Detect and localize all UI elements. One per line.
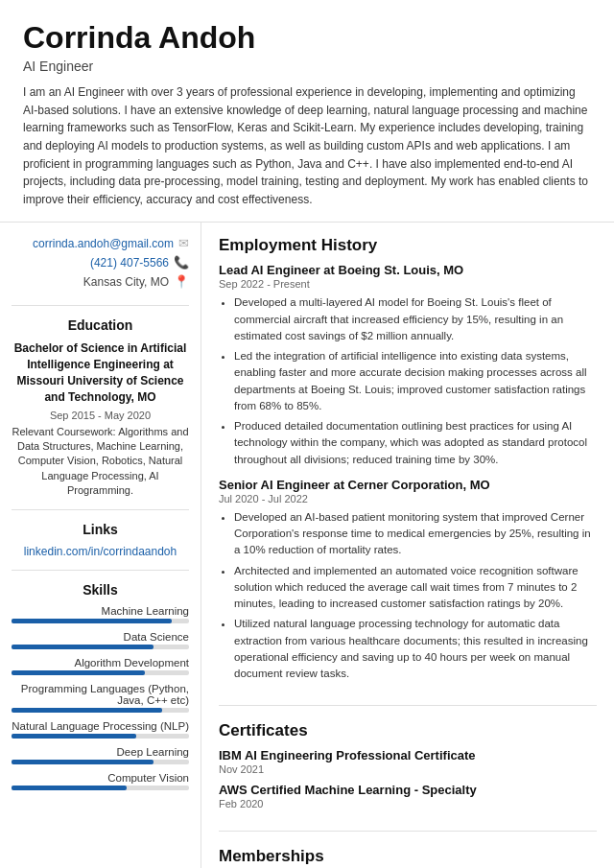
- skills-section-title: Skills: [12, 582, 189, 598]
- job-date: Jul 2020 - Jul 2022: [219, 493, 597, 504]
- linkedin-link[interactable]: linkedin.com/in/corrindaandoh: [12, 545, 189, 558]
- skill-item: Deep Learning: [12, 746, 189, 764]
- cert-name: AWS Certified Machine Learning - Special…: [219, 783, 597, 797]
- links-section: Links linkedin.com/in/corrindaandoh: [12, 522, 189, 571]
- employment-section: Employment History Lead AI Engineer at B…: [219, 236, 597, 706]
- job-entry: Senior AI Engineer at Cerner Corporation…: [219, 478, 597, 683]
- memberships-section-title: Memberships: [219, 847, 597, 866]
- header-section: Corrinda Andoh AI Engineer I am an AI En…: [0, 0, 614, 223]
- skill-item: Algorithm Development: [12, 657, 189, 675]
- candidate-title: AI Engineer: [23, 59, 591, 74]
- job-entry: Lead AI Engineer at Boeing St. Louis, MO…: [219, 263, 597, 468]
- skill-label: Programming Languages (Python, Java, C++…: [12, 683, 189, 706]
- skill-bar-bg: [12, 786, 189, 790]
- job-bullet: Developed an AI-based patient monitoring…: [234, 509, 597, 559]
- education-section: Education Bachelor of Science in Artific…: [12, 317, 189, 510]
- skill-bar-bg: [12, 708, 189, 713]
- skill-item: Programming Languages (Python, Java, C++…: [12, 683, 189, 713]
- email-icon: ✉: [178, 236, 189, 250]
- skill-bar-fill: [12, 670, 145, 675]
- skill-bar-bg: [12, 619, 189, 623]
- right-column: Employment History Lead AI Engineer at B…: [201, 223, 614, 868]
- skill-bar-fill: [12, 708, 162, 713]
- email-text: corrinda.andoh@gmail.com: [33, 237, 174, 250]
- skill-label: Computer Vision: [12, 772, 189, 784]
- skill-bar-bg: [12, 645, 189, 649]
- education-date: Sep 2015 - May 2020: [12, 410, 189, 421]
- skill-label: Machine Learning: [12, 605, 189, 617]
- job-title: Lead AI Engineer at Boeing St. Louis, MO: [219, 263, 597, 277]
- skill-item: Natural Language Processing (NLP): [12, 720, 189, 739]
- skill-bar-fill: [12, 760, 154, 764]
- education-section-title: Education: [12, 317, 189, 333]
- education-coursework: Relevant Coursework: Algorithms and Data…: [12, 425, 189, 499]
- location-icon: 📍: [174, 274, 189, 289]
- job-bullet: Architected and implemented an automated…: [234, 563, 597, 613]
- skill-label: Algorithm Development: [12, 657, 189, 669]
- email-contact[interactable]: corrinda.andoh@gmail.com ✉: [12, 236, 189, 250]
- jobs-list: Lead AI Engineer at Boeing St. Louis, MO…: [219, 263, 597, 682]
- skill-label: Natural Language Processing (NLP): [12, 720, 189, 732]
- links-section-title: Links: [12, 522, 189, 537]
- phone-icon: 📞: [174, 255, 189, 270]
- job-bullet: Developed a multi-layered AI model for B…: [234, 294, 597, 344]
- skill-bar-bg: [12, 734, 189, 739]
- job-bullets: Developed a multi-layered AI model for B…: [219, 294, 597, 468]
- skill-bar-bg: [12, 670, 189, 675]
- job-title: Senior AI Engineer at Cerner Corporation…: [219, 478, 597, 492]
- job-bullet: Utilized natural language processing tec…: [234, 616, 597, 682]
- skills-list: Machine Learning Data Science Algorithm …: [12, 605, 189, 790]
- phone-contact: (421) 407-5566 📞: [12, 255, 189, 270]
- skill-bar-bg: [12, 760, 189, 764]
- skill-item: Computer Vision: [12, 772, 189, 790]
- skill-bar-fill: [12, 734, 136, 739]
- education-degree: Bachelor of Science in Artificial Intell…: [12, 340, 189, 405]
- job-bullets: Developed an AI-based patient monitoring…: [219, 509, 597, 683]
- candidate-summary: I am an AI Engineer with over 3 years of…: [23, 83, 591, 208]
- skill-bar-fill: [12, 619, 172, 623]
- location-contact: Kansas City, MO 📍: [12, 274, 189, 289]
- certs-list: IBM AI Engineering Professional Certific…: [219, 748, 597, 809]
- skill-bar-fill: [12, 645, 154, 649]
- skill-label: Deep Learning: [12, 746, 189, 758]
- employment-section-title: Employment History: [219, 236, 597, 255]
- skill-item: Machine Learning: [12, 605, 189, 623]
- contact-section: corrinda.andoh@gmail.com ✉ (421) 407-556…: [12, 236, 189, 306]
- skill-label: Data Science: [12, 631, 189, 643]
- cert-date: Feb 2020: [219, 798, 597, 809]
- candidate-name: Corrinda Andoh: [23, 21, 591, 55]
- certificates-section: Certificates IBM AI Engineering Professi…: [219, 721, 597, 832]
- left-column: corrinda.andoh@gmail.com ✉ (421) 407-556…: [0, 223, 201, 868]
- cert-name: IBM AI Engineering Professional Certific…: [219, 748, 597, 762]
- skill-item: Data Science: [12, 631, 189, 649]
- cert-entry: IBM AI Engineering Professional Certific…: [219, 748, 597, 775]
- job-date: Sep 2022 - Present: [219, 278, 597, 290]
- location-text: Kansas City, MO: [83, 275, 169, 289]
- main-layout: corrinda.andoh@gmail.com ✉ (421) 407-556…: [0, 223, 614, 868]
- memberships-section: Memberships Association for the Advancem…: [219, 847, 597, 868]
- job-bullet: Led the integration of artificial intell…: [234, 348, 597, 414]
- coursework-label: Relevant Coursework:: [12, 426, 115, 437]
- phone-text: (421) 407-5566: [90, 256, 169, 270]
- cert-date: Nov 2021: [219, 763, 597, 775]
- skills-section: Skills Machine Learning Data Science Alg…: [12, 582, 189, 790]
- job-bullet: Produced detailed documentation outlinin…: [234, 418, 597, 468]
- certificates-section-title: Certificates: [219, 721, 597, 740]
- skill-bar-fill: [12, 786, 127, 790]
- cert-entry: AWS Certified Machine Learning - Special…: [219, 783, 597, 809]
